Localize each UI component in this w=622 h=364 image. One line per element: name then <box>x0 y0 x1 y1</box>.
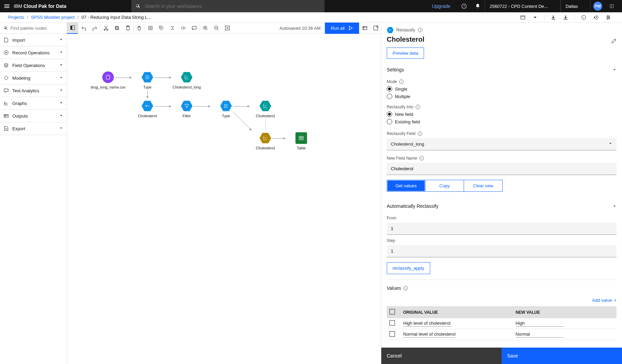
original-value-cell[interactable]: High level of cholesterol <box>403 321 451 327</box>
step-input[interactable] <box>387 245 617 257</box>
settings-section[interactable]: Settings <box>387 62 617 76</box>
settings-label: Settings <box>387 67 404 72</box>
paste-button[interactable] <box>122 23 133 34</box>
global-search[interactable] <box>131 0 325 12</box>
preview-data-button[interactable]: Preview data <box>387 48 424 59</box>
node-type1[interactable]: Type <box>127 71 168 90</box>
new-field-name-label: New Field Name <box>387 156 417 161</box>
auto-reclassify-section[interactable]: Automatically Reclassify <box>387 198 617 212</box>
node-chol-long[interactable]: Cholesterol_long <box>166 71 207 90</box>
copy-button[interactable] <box>111 23 122 34</box>
crumb-modeler[interactable]: SPSS Modeler project <box>31 15 75 20</box>
values-label: Values <box>387 285 401 291</box>
zoom-in-button[interactable] <box>200 23 211 34</box>
help-icon[interactable]: ? <box>457 0 471 12</box>
mode-multiple-radio[interactable]: Multiple <box>387 94 617 99</box>
clear-new-button[interactable]: Clear new <box>464 180 503 192</box>
copy-button[interactable]: Copy <box>425 180 464 192</box>
flow-canvas[interactable]: drug_long_name.csv Type Cholesterol_long… <box>67 34 381 364</box>
supernode-button[interactable] <box>145 23 156 34</box>
upgrade-link[interactable]: Upgrade <box>432 3 450 9</box>
crumb-projects[interactable]: Projects <box>8 15 24 20</box>
row-checkbox[interactable] <box>389 320 395 326</box>
palette-cat-record[interactable]: Record Operations <box>0 46 67 59</box>
node-chol3[interactable]: Cholesterol <box>245 132 286 150</box>
palette-toggle[interactable] <box>67 23 78 34</box>
region-selector[interactable]: Dallas <box>560 0 591 12</box>
run-all-button[interactable]: Run all <box>325 23 359 34</box>
new-value-cell[interactable]: High <box>516 321 564 327</box>
from-input[interactable] <box>387 223 617 235</box>
original-value-cell[interactable]: Normal level of cholesterol <box>403 332 455 338</box>
cut-button[interactable] <box>101 23 111 34</box>
palette-cat-modeling[interactable]: Modeling <box>0 72 67 84</box>
zoom-fit-button[interactable] <box>222 23 233 34</box>
palette-cat-outputs[interactable]: Outputs <box>0 110 67 122</box>
into-existing-radio[interactable]: Existing field <box>387 119 617 124</box>
node-chol1[interactable]: Cholesterol <box>127 100 168 118</box>
hamburger-icon[interactable] <box>3 3 10 10</box>
new-value-cell[interactable]: Normal <box>516 332 564 338</box>
zoom-out-button[interactable] <box>211 23 222 34</box>
global-search-input[interactable] <box>145 3 320 9</box>
reclassify-field-label: Reclassify Field <box>387 131 415 136</box>
svg-rect-25 <box>115 26 118 29</box>
palette-cat-field[interactable]: Field Operations <box>0 59 67 72</box>
redo-button[interactable] <box>89 23 100 34</box>
reclassify-field-select[interactable]: Cholesterol_long <box>387 138 617 150</box>
info-icon[interactable]: i <box>418 131 422 136</box>
node-table[interactable]: Table <box>281 132 322 150</box>
palette-search[interactable] <box>0 23 67 34</box>
palette-cat-import[interactable]: Import <box>0 34 67 46</box>
asset-icon[interactable] <box>517 12 528 23</box>
code-button[interactable] <box>178 23 189 34</box>
app-switcher-icon[interactable] <box>605 0 619 12</box>
account-selector[interactable]: 2560722 - CPD Content De... <box>485 0 560 12</box>
mode-single-radio[interactable]: Single <box>387 86 617 92</box>
palette-cat-text[interactable]: Text Analytics <box>0 84 67 97</box>
expand-button[interactable] <box>370 23 381 34</box>
settings-icon[interactable] <box>603 12 614 23</box>
reclassify-apply-button[interactable]: reclassify_apply <box>387 262 430 274</box>
add-value-link[interactable]: Add value+ <box>387 298 617 303</box>
notifications-icon[interactable] <box>471 0 485 12</box>
node-filter[interactable]: Filter <box>166 100 207 118</box>
palette: Import Record Operations Field Operation… <box>0 23 67 364</box>
comment-button[interactable] <box>189 23 200 34</box>
get-values-button[interactable]: Get values <box>387 180 425 192</box>
info-icon[interactable]: i <box>578 12 589 23</box>
undo-button[interactable] <box>78 23 89 34</box>
arrange-button[interactable] <box>167 23 178 34</box>
delete-button[interactable] <box>134 23 145 34</box>
svg-text:?: ? <box>463 5 465 8</box>
new-field-name-input[interactable] <box>387 163 617 175</box>
info-icon[interactable]: i <box>399 79 404 84</box>
download-icon[interactable] <box>560 12 571 23</box>
history-icon[interactable] <box>591 12 601 23</box>
info-icon[interactable]: i <box>403 286 408 291</box>
palette-cat-export[interactable]: Export <box>0 122 67 135</box>
chevron-down-icon[interactable] <box>530 12 541 23</box>
node-source[interactable]: drug_long_name.csv <box>88 71 129 90</box>
info-icon[interactable]: i <box>415 105 420 109</box>
info-icon[interactable]: i <box>418 28 423 32</box>
values-section[interactable]: Valuesi <box>387 280 617 294</box>
avatar[interactable]: PW <box>593 2 602 11</box>
info-icon[interactable]: i <box>419 156 424 161</box>
cancel-button[interactable]: Cancel <box>381 348 502 364</box>
save-button[interactable]: Save <box>502 348 622 364</box>
view-messages-button[interactable] <box>359 23 370 34</box>
palette-search-input[interactable] <box>10 26 63 31</box>
mode-label: Mode <box>387 79 397 84</box>
remove-tag-button[interactable] <box>156 23 167 34</box>
select-all-checkbox[interactable] <box>389 309 395 314</box>
import-icon[interactable] <box>548 12 559 23</box>
row-checkbox[interactable] <box>389 331 395 337</box>
edit-icon[interactable] <box>611 38 617 45</box>
into-new-radio[interactable]: New field <box>387 111 617 117</box>
palette-cat-graphs[interactable]: Graphs <box>0 97 67 110</box>
svg-point-19 <box>5 52 7 53</box>
svg-point-47 <box>389 30 390 31</box>
chevron-down-icon <box>59 50 63 55</box>
play-icon <box>348 26 353 30</box>
